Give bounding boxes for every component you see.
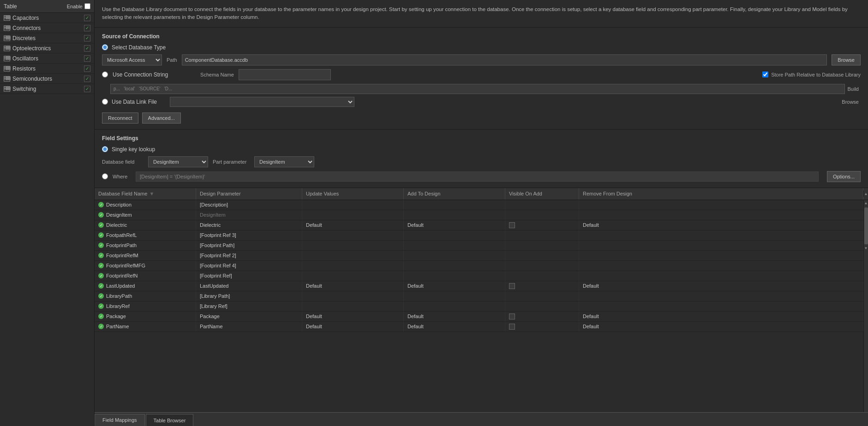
sidebar-item-resistors[interactable]: Resistors ✓ — [0, 64, 94, 74]
schema-name-input[interactable] — [239, 69, 331, 80]
db-field-select[interactable]: DesignItem — [148, 156, 208, 167]
scroll-up-arrow[interactable]: ▲ — [864, 190, 868, 197]
sidebar-item-oscillators[interactable]: Oscillators ✓ — [0, 53, 94, 64]
tab-table-browser[interactable]: Table Browser — [146, 414, 194, 426]
scroll-thumb[interactable] — [864, 207, 868, 244]
table-row[interactable]: FootpathRefL [Footprint Ref 3] — [95, 231, 863, 241]
col-header-design: Design Parameter — [196, 188, 302, 200]
row-status-icon — [98, 232, 104, 238]
data-link-select[interactable] — [170, 97, 354, 107]
td-visible — [505, 231, 579, 240]
where-input[interactable] — [136, 172, 819, 182]
where-radio[interactable] — [102, 173, 108, 179]
td-design: [Library Path] — [196, 291, 302, 301]
td-update — [302, 251, 404, 260]
sidebar-item-checkbox[interactable]: ✓ — [84, 45, 90, 52]
path-input[interactable] — [182, 54, 827, 65]
table-row[interactable]: FootprintRefMFG [Footprint Ref 4] — [95, 261, 863, 271]
td-update — [302, 271, 404, 281]
db-type-select[interactable]: Microsoft AccessSQL ServerMySQLOracle — [102, 54, 162, 65]
sidebar-item-checkbox[interactable]: ✓ — [84, 65, 90, 72]
td-remove: Default — [579, 220, 863, 230]
sidebar-item-switching[interactable]: Switching ✓ — [0, 84, 94, 94]
sidebar-item-checkbox[interactable]: ✓ — [84, 35, 90, 41]
table-icon — [4, 46, 10, 51]
sidebar-item-label: Switching — [12, 86, 36, 92]
browse2-label: Browse — [842, 99, 861, 105]
table-row[interactable]: PartName PartName Default Default Defaul… — [95, 322, 863, 332]
table-row[interactable]: FootprintPath [Footprint Path] — [95, 241, 863, 251]
sidebar-item-semiconductors[interactable]: Semiconductors ✓ — [0, 74, 94, 84]
field-settings-title: Field Settings — [102, 135, 861, 142]
row-status-icon — [98, 273, 104, 278]
use-connection-string-radio[interactable] — [102, 71, 108, 77]
td-add — [404, 241, 505, 250]
table-row[interactable]: DesignItem DesignItem — [95, 210, 863, 220]
use-data-link-radio[interactable] — [102, 99, 108, 105]
td-remove — [579, 291, 863, 301]
td-dbfield: FootprintRefMFG — [95, 261, 196, 271]
options-button[interactable]: Options... — [827, 171, 861, 182]
table-row[interactable]: LastUpdated LastUpdated Default Default … — [95, 281, 863, 291]
sidebar-item-checkbox[interactable]: ✓ — [84, 25, 90, 31]
td-add: Default — [404, 312, 505, 321]
part-param-select[interactable]: DesignItem — [254, 156, 314, 167]
conn-string-input[interactable] — [110, 84, 845, 94]
td-dbfield-text: FootprintRefM — [106, 253, 138, 258]
td-update — [302, 261, 404, 271]
td-dbfield: LastUpdated — [95, 281, 196, 291]
reconnect-button[interactable]: Reconnect — [102, 112, 138, 124]
connection-string-row: Use Connection String Schema Name Store … — [102, 69, 861, 80]
table-row[interactable]: FootprintRefN [Footprint Ref] — [95, 271, 863, 281]
single-key-radio[interactable] — [102, 146, 108, 152]
table-icon — [4, 66, 10, 71]
td-dbfield: FootprintPath — [95, 241, 196, 250]
td-add — [404, 251, 505, 260]
enable-all-checkbox[interactable] — [84, 3, 90, 9]
table-row[interactable]: Description [Description] — [95, 200, 863, 210]
sidebar-item-optoelectronics[interactable]: Optoelectronics ✓ — [0, 43, 94, 53]
sidebar-item-checkbox[interactable]: ✓ — [84, 76, 90, 82]
col-header-add: Add To Design — [404, 188, 505, 200]
td-design: [Description] — [196, 200, 302, 210]
visible-checkbox[interactable] — [509, 314, 515, 320]
sidebar-item-checkbox[interactable]: ✓ — [84, 55, 90, 62]
td-dbfield: LibraryRef — [95, 302, 196, 311]
td-add: Default — [404, 322, 505, 331]
sidebar-item-connectors[interactable]: Connectors ✓ — [0, 23, 94, 33]
sidebar-table-title: Table — [4, 3, 17, 10]
td-add: Default — [404, 281, 505, 291]
sidebar-item-discretes[interactable]: Discretes ✓ — [0, 33, 94, 43]
table-row[interactable]: Package Package Default Default Default — [95, 312, 863, 322]
use-data-link-label: Use Data Link File — [112, 99, 157, 105]
td-remove — [579, 200, 863, 210]
store-path-checkbox[interactable] — [762, 71, 768, 77]
sidebar-item-left: Semiconductors — [4, 76, 52, 82]
browse-button[interactable]: Browse — [832, 54, 861, 65]
tab-field-mappings[interactable]: Field Mappings — [95, 414, 145, 426]
td-add — [404, 291, 505, 301]
visible-checkbox[interactable] — [509, 324, 515, 330]
field-mappings-table: Database Field Name ▼ Design Parameter U… — [95, 188, 868, 413]
field-settings-row: Database field DesignItem Part parameter… — [102, 156, 861, 167]
visible-checkbox[interactable] — [509, 283, 515, 289]
scrollbar-body[interactable]: ▲ ▼ — [863, 200, 868, 413]
sidebar-item-checkbox[interactable]: ✓ — [84, 15, 90, 21]
scroll-up[interactable]: ▲ — [864, 200, 868, 207]
sidebar: Table Enable Capacitors ✓ — [0, 0, 95, 426]
row-status-icon — [98, 293, 104, 299]
td-dbfield-text: DesignItem — [106, 212, 132, 218]
select-db-type-radio[interactable] — [102, 44, 108, 50]
scroll-down[interactable]: ▼ — [864, 245, 868, 252]
table-row[interactable]: LibraryPath [Library Path] — [95, 291, 863, 302]
table-row[interactable]: Dielectric Dielectric Default Default De… — [95, 220, 863, 231]
table-row[interactable]: FootprintRefM [Footprint Ref 2] — [95, 251, 863, 261]
td-update — [302, 200, 404, 210]
scrollbar-top[interactable]: ▲ — [863, 190, 868, 197]
table-row[interactable]: LibraryRef [Library Ref] — [95, 302, 863, 312]
row-status-icon — [98, 263, 104, 268]
sidebar-item-checkbox[interactable]: ✓ — [84, 86, 90, 92]
visible-checkbox[interactable] — [509, 222, 515, 228]
advanced-button[interactable]: Advanced... — [142, 112, 181, 124]
sidebar-item-capacitors[interactable]: Capacitors ✓ — [0, 13, 94, 23]
